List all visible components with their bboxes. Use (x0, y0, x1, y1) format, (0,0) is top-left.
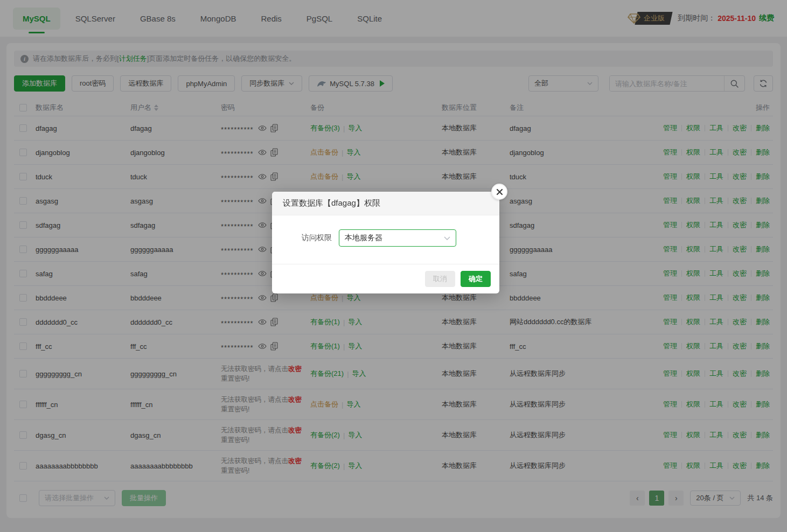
close-icon[interactable] (491, 184, 507, 200)
permission-dialog: 设置数据库【dfagag】权限 访问权限 本地服务器 取消 确定 (272, 192, 499, 293)
dialog-title: 设置数据库【dfagag】权限 (272, 192, 499, 215)
cancel-button[interactable]: 取消 (425, 271, 455, 287)
dialog-body: 访问权限 本地服务器 (272, 215, 499, 264)
access-permission-select[interactable]: 本地服务器 (339, 229, 456, 247)
access-permission-label: 访问权限 (302, 233, 332, 243)
chevron-down-icon (444, 236, 450, 240)
dialog-footer: 取消 确定 (272, 264, 499, 293)
confirm-button[interactable]: 确定 (461, 271, 491, 287)
